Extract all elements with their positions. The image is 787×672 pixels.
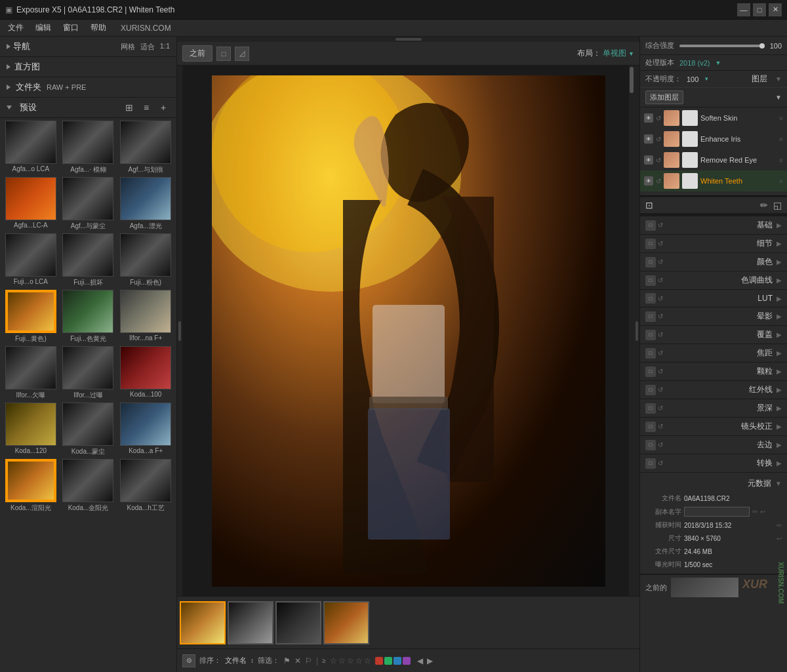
layer-reset-teeth[interactable]: ↺ xyxy=(656,178,661,185)
preset-item[interactable]: Agfa...· 模糊 xyxy=(60,121,117,176)
preset-item[interactable]: Koda...100 xyxy=(117,346,174,401)
section-reset-defringe[interactable]: ↺ xyxy=(656,441,665,450)
meta-copyname-edit-icon[interactable]: ✏ xyxy=(752,508,757,515)
section-detail[interactable]: □ ↺ 细节 ▶ xyxy=(640,235,787,253)
metadata-header[interactable]: 元数据 ▼ xyxy=(640,475,787,492)
section-reset-convert[interactable]: ↺ xyxy=(656,459,665,468)
sort-value[interactable]: 文件名 xyxy=(225,656,247,665)
view-icon-triangle[interactable]: ◿ xyxy=(235,47,249,61)
image-scroll-bar[interactable] xyxy=(629,66,634,596)
color-dot-green[interactable] xyxy=(384,657,392,665)
erase-tool-icon[interactable]: ◱ xyxy=(773,200,782,210)
menu-window[interactable]: 窗口 xyxy=(58,21,84,35)
add-layer-button[interactable]: 添加图层 xyxy=(645,90,683,104)
menu-edit[interactable]: 编辑 xyxy=(30,21,56,35)
intensity-slider[interactable] xyxy=(679,45,765,47)
layer-whiten-teeth[interactable]: 👁 ↺ Whiten Teeth ≡ xyxy=(640,170,787,191)
layout-dropdown[interactable]: 单视图 xyxy=(603,48,626,59)
preset-item[interactable]: Agf...与划痕 xyxy=(117,121,174,176)
layer-soften-skin[interactable]: 👁 ↺ Soften Skin ≡ xyxy=(640,108,787,128)
filter-flag-icon[interactable]: ⚑ xyxy=(283,656,291,665)
preset-item[interactable]: Fuji...损坏 xyxy=(60,233,117,288)
section-vignette[interactable]: □ ↺ 晕影 ▶ xyxy=(640,307,787,326)
section-reset-infrared[interactable]: ↺ xyxy=(656,385,665,395)
star-2[interactable]: ☆ xyxy=(338,656,346,665)
section-grain[interactable]: □ ↺ 颗粒 ▶ xyxy=(640,363,787,381)
filmstrip-next-icon[interactable]: ▶ xyxy=(427,656,433,665)
section-reset-lens[interactable]: ↺ xyxy=(656,422,665,431)
layer-remove-redeye[interactable]: 👁 ↺ Remove Red Eye ≡ xyxy=(640,149,787,170)
section-reset-tone-curve[interactable]: ↺ xyxy=(656,276,665,285)
meta-dimensions-icon[interactable]: ↩ xyxy=(777,535,782,542)
filmstrip-item-1[interactable] xyxy=(180,601,226,644)
minimize-button[interactable]: — xyxy=(737,3,750,16)
nav-fit[interactable]: 适合 xyxy=(140,42,155,52)
layer-eye-redeye[interactable]: 👁 xyxy=(644,155,653,165)
paint-tool-icon[interactable]: ✏ xyxy=(760,200,768,210)
color-dot-red[interactable] xyxy=(375,657,383,665)
preset-item[interactable]: Koda...金阳光 xyxy=(60,459,117,514)
section-dof[interactable]: □ ↺ 景深 ▶ xyxy=(640,399,787,418)
menu-xurisn[interactable]: XURISN.COM xyxy=(115,22,176,34)
meta-capture-edit-icon[interactable]: ✏ xyxy=(777,522,782,529)
close-button[interactable]: ✕ xyxy=(769,3,782,16)
layer-reset-soften[interactable]: ↺ xyxy=(656,115,661,122)
preset-item[interactable]: Koda...渲阳光 xyxy=(3,459,59,514)
preset-item[interactable]: Fuji...黄色) xyxy=(3,290,59,345)
section-reset-grain[interactable]: ↺ xyxy=(656,367,665,376)
section-lut[interactable]: □ ↺ LUT ▶ xyxy=(640,290,787,307)
view-icon-square[interactable]: □ xyxy=(216,47,231,61)
opacity-dropdown-icon[interactable]: ▼ xyxy=(704,76,709,82)
section-reset-lut[interactable]: ↺ xyxy=(656,294,665,303)
preset-item[interactable]: Fuji...色黄光 xyxy=(60,290,117,345)
section-reset-vignette[interactable]: ↺ xyxy=(656,312,665,321)
section-color[interactable]: □ ↺ 颜色 ▶ xyxy=(640,253,787,271)
maximize-button[interactable]: □ xyxy=(753,3,766,16)
sort-arrow-icon[interactable]: ↕ xyxy=(251,657,254,664)
star-3[interactable]: ☆ xyxy=(347,656,354,665)
preset-item[interactable]: Ilfor...欠曝 xyxy=(3,346,59,401)
layer-menu-soften[interactable]: ≡ xyxy=(779,115,783,122)
crop-tool-icon[interactable]: ⊡ xyxy=(645,200,653,210)
section-lens-correction[interactable]: □ ↺ 镜头校正 ▶ xyxy=(640,418,787,436)
layer-menu-redeye[interactable]: ≡ xyxy=(779,157,783,164)
preset-item[interactable]: Agfa...o LCA xyxy=(3,121,59,176)
section-reset-dof[interactable]: ↺ xyxy=(656,404,665,413)
preset-item[interactable]: Fuji...粉色) xyxy=(117,233,174,288)
section-basic[interactable]: □ ↺ 基础 ▶ xyxy=(640,216,787,235)
preset-item[interactable]: Agfa...漂光 xyxy=(117,177,174,232)
section-reset-basic[interactable]: ↺ xyxy=(656,221,665,230)
filmstrip-item-4[interactable] xyxy=(323,601,369,644)
filmstrip-item-3[interactable] xyxy=(275,601,321,644)
section-infrared[interactable]: □ ↺ 红外线 ▶ xyxy=(640,381,787,399)
color-dot-blue[interactable] xyxy=(394,657,401,665)
menu-help[interactable]: 帮助 xyxy=(85,21,111,35)
filmstrip-prev-icon[interactable]: ◀ xyxy=(417,656,423,665)
preset-item[interactable]: Koda...h工艺 xyxy=(117,459,174,514)
section-reset-color[interactable]: ↺ xyxy=(656,258,665,267)
meta-copyname-input[interactable] xyxy=(684,507,750,517)
preset-item[interactable]: Koda...蒙尘 xyxy=(60,403,117,458)
filter-star-gte-icon[interactable]: ≥ xyxy=(322,657,326,664)
preset-item[interactable]: Ilfor...过曝 xyxy=(60,346,117,401)
layer-reset-iris[interactable]: ↺ xyxy=(656,136,661,143)
menu-file[interactable]: 文件 xyxy=(3,21,29,35)
presets-list-view-button[interactable]: ≡ xyxy=(140,101,153,114)
section-reset-focus[interactable]: ↺ xyxy=(656,349,665,358)
layer-eye-soften[interactable]: 👁 xyxy=(644,113,653,123)
filmstrip-item-2[interactable] xyxy=(228,601,273,644)
star-5[interactable]: ☆ xyxy=(364,656,371,665)
section-focus[interactable]: □ ↺ 焦距 ▶ xyxy=(640,344,787,363)
section-tone-curve[interactable]: □ ↺ 色调曲线 ▶ xyxy=(640,271,787,290)
layer-enhance-iris[interactable]: 👁 ↺ Enhance Iris ≡ xyxy=(640,128,787,149)
section-convert[interactable]: □ ↺ 转换 ▶ xyxy=(640,454,787,473)
meta-copyname-confirm-icon[interactable]: ↩ xyxy=(760,508,765,515)
preset-item[interactable]: Koda...120 xyxy=(3,403,59,458)
layer-eye-teeth[interactable]: 👁 xyxy=(644,176,653,186)
color-dot-purple[interactable] xyxy=(403,657,411,665)
star-4[interactable]: ☆ xyxy=(355,656,363,665)
preset-item[interactable]: Koda...a F+ xyxy=(117,403,174,458)
section-reset-overlay[interactable]: ↺ xyxy=(656,330,665,340)
preset-item[interactable]: Fuji...o LCA xyxy=(3,233,59,288)
layer-eye-iris[interactable]: 👁 xyxy=(644,134,653,144)
